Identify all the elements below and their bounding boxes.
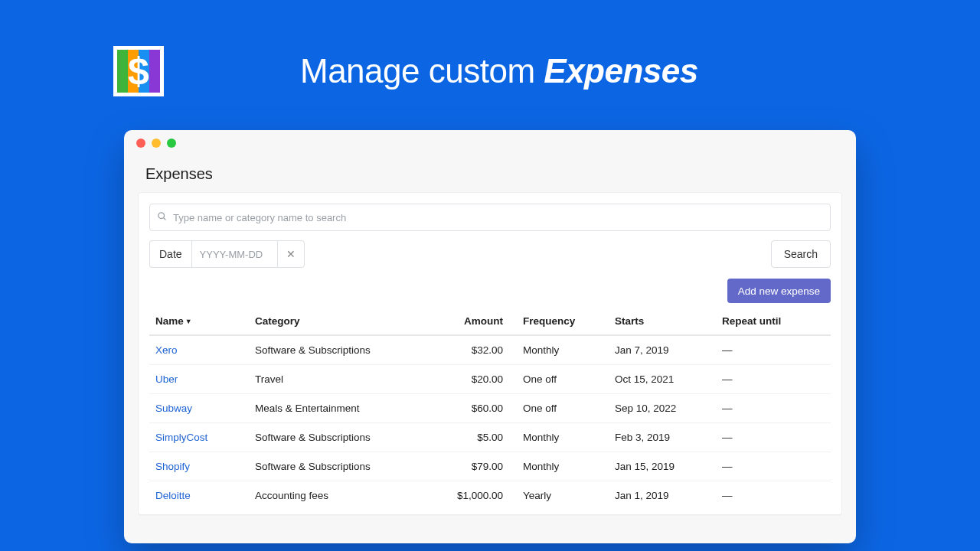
- hero-title-plain: Manage custom: [300, 52, 544, 90]
- cell-starts: Jan 15, 2019: [609, 452, 716, 481]
- cell-repeat-until: —: [716, 365, 831, 394]
- cell-amount: $20.00: [448, 365, 517, 394]
- cell-category: Software & Subscriptions: [249, 452, 448, 481]
- sort-desc-icon: ▼: [185, 318, 192, 325]
- expense-link[interactable]: Xero: [155, 344, 178, 356]
- hero-title-emphasis: Expenses: [544, 52, 697, 90]
- date-filter-label: Date: [149, 240, 191, 268]
- page-title: Expenses: [145, 165, 856, 183]
- expense-link[interactable]: SimplyCost: [155, 432, 207, 443]
- date-filter-input[interactable]: [191, 240, 277, 268]
- cell-amount: $32.00: [448, 335, 517, 365]
- cell-name: SimplyCost: [149, 423, 249, 452]
- add-expense-button[interactable]: Add new expense: [727, 279, 831, 303]
- column-header-starts[interactable]: Starts: [609, 308, 716, 335]
- cell-repeat-until: —: [716, 423, 831, 452]
- window-zoom-button[interactable]: [167, 139, 176, 148]
- cell-repeat-until: —: [716, 452, 831, 481]
- cell-name: Shopify: [149, 452, 249, 481]
- cell-category: Software & Subscriptions: [249, 335, 448, 365]
- expense-link[interactable]: Shopify: [155, 461, 190, 472]
- column-header-frequency[interactable]: Frequency: [517, 308, 609, 335]
- app-window: Expenses Date ✕ Search Add ne: [124, 130, 856, 543]
- cell-frequency: Monthly: [517, 452, 609, 481]
- table-row: DeloitteAccounting fees$1,000.00YearlyJa…: [149, 481, 831, 510]
- cell-starts: Jan 1, 2019: [609, 481, 716, 510]
- cell-amount: $1,000.00: [448, 481, 517, 510]
- cell-frequency: Monthly: [517, 335, 609, 365]
- table-row: SimplyCostSoftware & Subscriptions$5.00M…: [149, 423, 831, 452]
- cell-frequency: One off: [517, 365, 609, 394]
- column-header-category[interactable]: Category: [249, 308, 448, 335]
- expenses-table: Name▼ Category Amount Frequency Starts R…: [149, 308, 831, 510]
- cell-frequency: One off: [517, 394, 609, 423]
- hero-title: Manage custom Expenses: [300, 52, 698, 90]
- cell-starts: Sep 10, 2022: [609, 394, 716, 423]
- column-header-amount[interactable]: Amount: [448, 308, 517, 335]
- expense-link[interactable]: Uber: [155, 373, 178, 385]
- expense-link[interactable]: Subway: [155, 403, 192, 414]
- expense-link[interactable]: Deloitte: [155, 490, 191, 501]
- logo-letter: $: [115, 47, 162, 95]
- window-minimize-button[interactable]: [152, 139, 161, 148]
- cell-category: Meals & Entertainment: [249, 394, 448, 423]
- cell-amount: $79.00: [448, 452, 517, 481]
- cell-repeat-until: —: [716, 481, 831, 510]
- cell-starts: Jan 7, 2019: [609, 335, 716, 365]
- date-filter-clear-button[interactable]: ✕: [277, 240, 305, 268]
- expenses-card: Date ✕ Search Add new expense Name▼ Cate…: [138, 192, 842, 515]
- cell-frequency: Yearly: [517, 481, 609, 510]
- search-input[interactable]: [149, 204, 831, 231]
- table-row: XeroSoftware & Subscriptions$32.00Monthl…: [149, 335, 831, 365]
- close-icon: ✕: [286, 248, 296, 260]
- column-header-name[interactable]: Name▼: [149, 308, 249, 335]
- cell-category: Software & Subscriptions: [249, 423, 448, 452]
- cell-name: Deloitte: [149, 481, 249, 510]
- cell-name: Uber: [149, 365, 249, 394]
- cell-starts: Feb 3, 2019: [609, 423, 716, 452]
- cell-repeat-until: —: [716, 335, 831, 365]
- search-button[interactable]: Search: [771, 240, 831, 268]
- table-row: ShopifySoftware & Subscriptions$79.00Mon…: [149, 452, 831, 481]
- cell-name: Subway: [149, 394, 249, 423]
- date-filter-group: Date ✕: [149, 240, 305, 268]
- cell-repeat-until: —: [716, 394, 831, 423]
- table-row: UberTravel$20.00One offOct 15, 2021—: [149, 365, 831, 394]
- cell-frequency: Monthly: [517, 423, 609, 452]
- cell-starts: Oct 15, 2021: [609, 365, 716, 394]
- cell-amount: $5.00: [448, 423, 517, 452]
- cell-amount: $60.00: [448, 394, 517, 423]
- window-titlebar: [124, 130, 856, 156]
- cell-name: Xero: [149, 335, 249, 365]
- app-logo: $: [113, 46, 164, 96]
- cell-category: Travel: [249, 365, 448, 394]
- cell-category: Accounting fees: [249, 481, 448, 510]
- column-header-repeat-until[interactable]: Repeat until: [716, 308, 831, 335]
- table-row: SubwayMeals & Entertainment$60.00One off…: [149, 394, 831, 423]
- window-close-button[interactable]: [136, 139, 145, 148]
